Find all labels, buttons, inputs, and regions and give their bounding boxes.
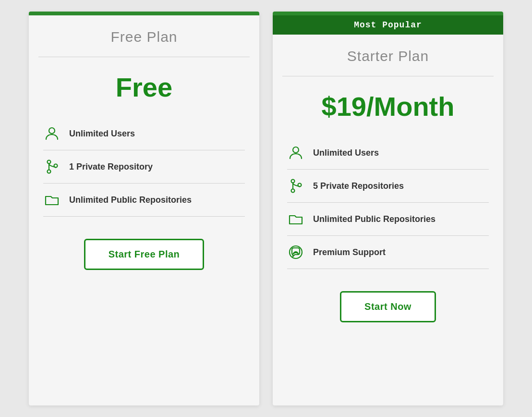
list-item: Unlimited Public Repositories: [43, 184, 245, 217]
free-plan-price-section: Free: [29, 57, 259, 108]
folder-icon: [43, 191, 60, 208]
list-item: 5 Private Repositories: [287, 170, 489, 203]
free-plan-features: Unlimited Users 1 Private Repository: [29, 108, 259, 221]
free-plan-title: Free Plan: [43, 29, 245, 45]
users-icon: [43, 125, 60, 142]
feature-text: Unlimited Public Repositories: [69, 195, 192, 205]
feature-text: Unlimited Users: [69, 129, 135, 139]
starter-plan-title-section: Starter Plan: [273, 35, 503, 76]
folder-icon: [287, 210, 304, 228]
feature-text: 5 Private Repositories: [313, 181, 404, 191]
starter-plan-features: Unlimited Users 5 Private Repositories: [273, 127, 503, 274]
free-plan-title-section: Free Plan: [29, 15, 259, 57]
list-item: 1 Private Repository: [43, 150, 245, 184]
svg-point-7: [291, 189, 295, 193]
feature-text: Unlimited Public Repositories: [313, 214, 435, 224]
svg-point-2: [48, 170, 51, 173]
list-item: Unlimited Users: [287, 136, 489, 170]
free-plan-button-section: Start Free Plan: [29, 221, 259, 287]
git-branch-icon: [43, 158, 60, 175]
start-now-button[interactable]: Start Now: [340, 291, 436, 322]
list-item: Premium Support: [287, 236, 489, 269]
feature-text: 1 Private Repository: [69, 162, 153, 172]
starter-plan-top-bar: [273, 12, 503, 15]
support-icon: [287, 244, 304, 261]
start-free-plan-button[interactable]: Start Free Plan: [84, 239, 205, 270]
starter-plan-price-section: $19/Month: [273, 76, 503, 127]
free-plan-top-bar: [29, 12, 259, 15]
git-branch-icon: [287, 177, 304, 195]
feature-text: Unlimited Users: [313, 148, 379, 158]
svg-point-5: [293, 147, 299, 153]
list-item: Unlimited Public Repositories: [287, 203, 489, 236]
svg-point-0: [49, 128, 55, 134]
free-plan-price: Free: [43, 72, 245, 103]
free-plan-card: Free Plan Free Unlimited Users: [29, 12, 259, 405]
starter-plan-title: Starter Plan: [287, 48, 489, 64]
users-icon: [287, 144, 304, 161]
feature-text: Premium Support: [313, 247, 386, 258]
starter-plan-price: $19/Month: [287, 91, 489, 122]
starter-plan-button-section: Start Now: [273, 274, 503, 340]
list-item: Unlimited Users: [43, 117, 245, 150]
starter-plan-card: Most Popular Starter Plan $19/Month Unli…: [273, 12, 503, 405]
most-popular-badge: Most Popular: [273, 15, 503, 35]
pricing-cards: Free Plan Free Unlimited Users: [19, 2, 513, 415]
